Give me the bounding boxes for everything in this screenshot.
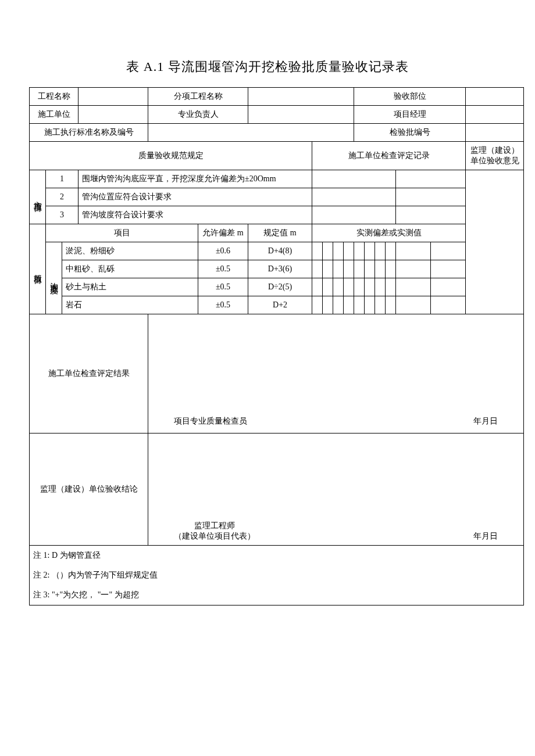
note-3: 注 3: "+"为欠挖， "一" 为超挖 <box>30 585 524 605</box>
m[interactable] <box>365 242 375 260</box>
label-quality-spec: 质量验收规范规定 <box>30 142 312 170</box>
supervisor-signer-2: （建设单位项目代表） <box>174 531 255 542</box>
m[interactable] <box>333 296 344 314</box>
m[interactable] <box>431 296 466 314</box>
field-construct-unit[interactable] <box>79 106 148 124</box>
field-supervisor-result[interactable] <box>148 433 524 518</box>
main-item-num-3: 3 <box>46 206 79 224</box>
main-item-num-2: 2 <box>46 188 79 206</box>
m[interactable] <box>396 242 431 260</box>
label-unit-record: 施工单位检查评定记录 <box>312 142 466 170</box>
label-pm: 项目经理 <box>354 106 466 124</box>
label-accept-part: 验收部位 <box>354 88 466 106</box>
m[interactable] <box>354 242 365 260</box>
label-unit-result: 施工单位检查评定结果 <box>30 314 148 433</box>
m[interactable] <box>396 260 431 278</box>
m[interactable] <box>375 260 386 278</box>
unit-date-label: 年月日 <box>473 416 498 427</box>
label-gen-items: 般项目 <box>30 224 46 314</box>
m[interactable] <box>323 260 333 278</box>
m[interactable] <box>312 278 323 296</box>
m[interactable] <box>365 296 375 314</box>
main-item-extra-1[interactable] <box>396 170 466 188</box>
main-item-num-1: 1 <box>46 170 79 188</box>
label-subitem-name: 分项工程名称 <box>148 88 248 106</box>
m[interactable] <box>323 278 333 296</box>
field-accept-part[interactable] <box>466 88 524 106</box>
m[interactable] <box>431 242 466 260</box>
m[interactable] <box>375 296 386 314</box>
m[interactable] <box>323 296 333 314</box>
main-item-text-2: 管沟位置应符合设计要求 <box>79 188 312 206</box>
main-item-extra-2[interactable] <box>396 188 466 206</box>
m[interactable] <box>365 260 375 278</box>
field-prof-leader[interactable] <box>248 106 354 124</box>
main-item-text-3: 管沟坡度符合设计要求 <box>79 206 312 224</box>
m[interactable] <box>323 242 333 260</box>
row2-allow: ±0.5 <box>198 260 248 278</box>
supervisor-date-label: 年月日 <box>473 531 498 542</box>
label-prof-leader: 专业负责人 <box>148 106 248 124</box>
m[interactable] <box>431 278 466 296</box>
gen-header-spec: 规定值 m <box>248 224 312 242</box>
label-row-group: 沟底宽度 <box>46 242 62 314</box>
m[interactable] <box>312 296 323 314</box>
m[interactable] <box>431 260 466 278</box>
m[interactable] <box>333 242 344 260</box>
m[interactable] <box>365 278 375 296</box>
m[interactable] <box>354 260 365 278</box>
gen-header-allow: 允许偏差 m <box>198 224 248 242</box>
row3-project: 砂土与粘土 <box>62 278 198 296</box>
field-batch-no[interactable] <box>466 124 524 142</box>
m[interactable] <box>354 278 365 296</box>
row4-spec: D+2 <box>248 296 312 314</box>
main-item-record-2[interactable] <box>312 188 396 206</box>
gen-header-measured: 实测偏差或实测值 <box>312 224 466 242</box>
m[interactable] <box>333 260 344 278</box>
row2-project: 中粗砂、乱砾 <box>62 260 198 278</box>
m[interactable] <box>312 260 323 278</box>
main-item-extra-3[interactable] <box>396 206 466 224</box>
m[interactable] <box>375 278 386 296</box>
label-construct-unit: 施工单位 <box>30 106 79 124</box>
m[interactable] <box>396 296 431 314</box>
row1-project: 淤泥、粉细砂 <box>62 242 198 260</box>
unit-sign-line: 项目专业质量检查员 年月日 <box>148 410 524 433</box>
table-row: 砂土与粘土 ±0.5 D÷2(5) <box>30 278 524 296</box>
table-row: 中粗砂、乱砾 ±0.5 D+3(6) <box>30 260 524 278</box>
main-item-record-1[interactable] <box>312 170 396 188</box>
field-pm[interactable] <box>466 106 524 124</box>
label-supervisor-opinion: 监理（建设）单位验收意见 <box>466 142 524 170</box>
main-item-record-3[interactable] <box>312 206 396 224</box>
field-unit-result[interactable] <box>148 314 524 410</box>
field-std-name[interactable] <box>148 124 354 142</box>
label-std-name: 施工执行标准名称及编号 <box>30 124 148 142</box>
supervisor-signer-1: 监理工程师 <box>174 521 255 531</box>
m[interactable] <box>344 278 354 296</box>
m[interactable] <box>312 242 323 260</box>
m[interactable] <box>333 278 344 296</box>
m[interactable] <box>386 296 396 314</box>
row4-allow: ±0.5 <box>198 296 248 314</box>
unit-signer-label: 项目专业质量检查员 <box>174 416 247 427</box>
row3-spec: D÷2(5) <box>248 278 312 296</box>
m[interactable] <box>386 242 396 260</box>
row3-allow: ±0.5 <box>198 278 248 296</box>
main-item-text-1: 围堰内管沟沟底应平直，开挖深度允许偏差为±20Omm <box>79 170 312 188</box>
row1-allow: ±0.6 <box>198 242 248 260</box>
m[interactable] <box>396 278 431 296</box>
m[interactable] <box>344 242 354 260</box>
m[interactable] <box>386 260 396 278</box>
label-batch-no: 检验批编号 <box>354 124 466 142</box>
field-project-name[interactable] <box>79 88 148 106</box>
supervisor-opinion-field[interactable] <box>466 170 524 314</box>
field-subitem-name[interactable] <box>248 88 354 106</box>
page-title: 表 A.1 导流围堰管沟开挖检验批质量验收记录表 <box>29 58 506 76</box>
m[interactable] <box>375 242 386 260</box>
label-supervisor-result: 监理（建设）单位验收结论 <box>30 433 148 546</box>
m[interactable] <box>344 296 354 314</box>
m[interactable] <box>354 296 365 314</box>
m[interactable] <box>386 278 396 296</box>
row4-project: 岩石 <box>62 296 198 314</box>
m[interactable] <box>344 260 354 278</box>
